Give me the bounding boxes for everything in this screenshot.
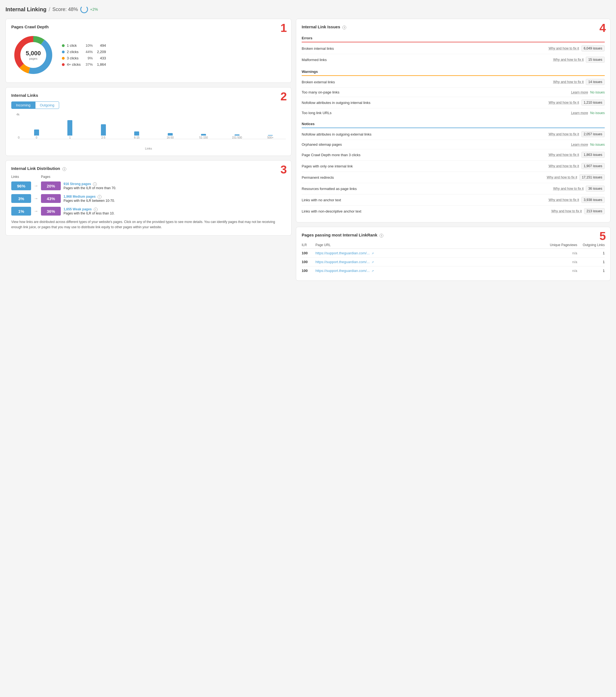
legend-pct: 37% bbox=[83, 62, 93, 66]
url-value[interactable]: https://support.theguardian.com/... ↗ bbox=[316, 269, 542, 273]
card4-number: 4 bbox=[600, 22, 606, 34]
card3-info-icon[interactable]: i bbox=[62, 167, 66, 171]
legend-count: 1,864 bbox=[95, 62, 106, 66]
card5-number: 5 bbox=[600, 231, 606, 242]
legend-dot bbox=[62, 50, 64, 53]
dist-header: Links Pages bbox=[11, 175, 286, 179]
issue-link[interactable]: Why and how to fix it bbox=[548, 46, 579, 50]
card2-title: Internal Links bbox=[11, 93, 286, 98]
bar-group: 500+ bbox=[255, 135, 286, 139]
url-value[interactable]: https://support.theguardian.com/... ↗ bbox=[316, 260, 542, 264]
donut-total: 5,000 bbox=[26, 50, 41, 57]
dist-links-bar: 1% bbox=[11, 207, 31, 216]
external-link-icon: ↗ bbox=[371, 261, 374, 264]
dist-rows: 96% → 20% 916 Strong pages i Pages with … bbox=[11, 181, 286, 216]
dist-link[interactable]: 1,968 Medium pages bbox=[63, 195, 96, 198]
donut-center: 5,000 pages bbox=[26, 50, 41, 60]
tab-incoming[interactable]: Incoming bbox=[11, 102, 35, 109]
dist-link[interactable]: 1,655 Weak pages bbox=[63, 207, 92, 211]
issue-name: Permanent redirects bbox=[302, 175, 544, 180]
notices-label: Notices bbox=[302, 119, 605, 128]
bar-group: 1 bbox=[55, 120, 86, 139]
issue-link[interactable]: Why and how to fix it bbox=[553, 187, 584, 191]
donut-label: pages bbox=[26, 57, 41, 60]
issue-name: Broken internal links bbox=[302, 46, 546, 50]
col-pv-header: Unique Pageviews bbox=[542, 243, 577, 247]
issue-link[interactable]: Why and how to fix it bbox=[548, 153, 579, 157]
dist-info-icon[interactable]: i bbox=[98, 195, 102, 199]
table-row: 100 https://support.theguardian.com/... … bbox=[302, 258, 605, 266]
issue-link[interactable]: Why and how to fix it bbox=[547, 175, 577, 179]
issue-link[interactable]: Why and how to fix it bbox=[553, 80, 584, 84]
bar-group: 151-500 bbox=[222, 134, 252, 139]
card-crawl-depth: Pages Crawl Depth 1 5,000 bbox=[5, 19, 292, 83]
dist-row: 1% → 36% 1,655 Weak pages i Pages with t… bbox=[11, 207, 286, 216]
yaxis-bottom: 0 bbox=[11, 136, 19, 139]
issue-row: Permanent redirects Why and how to fix i… bbox=[302, 172, 605, 183]
issue-link[interactable]: Why and how to fix it bbox=[548, 101, 579, 104]
ol-value: 1 bbox=[577, 269, 605, 273]
card1-title: Pages Crawl Depth bbox=[11, 25, 286, 29]
tab-outgoing[interactable]: Outgoing bbox=[35, 102, 59, 109]
dist-info-icon[interactable]: i bbox=[93, 182, 97, 186]
dist-arrow: → bbox=[34, 209, 38, 214]
issue-link[interactable]: Why and how to fix it bbox=[553, 58, 584, 62]
issue-link[interactable]: Learn more bbox=[571, 90, 588, 94]
issue-name: Pages with only one internal link bbox=[302, 164, 546, 168]
errors-label: Errors bbox=[302, 33, 605, 42]
bar-group: 51-150 bbox=[188, 134, 219, 139]
issue-row: Orphaned sitemap pages Learn more No iss… bbox=[302, 140, 605, 149]
issue-name: Orphaned sitemap pages bbox=[302, 143, 569, 147]
warnings-rows: Broken external links Why and how to fix… bbox=[302, 76, 605, 117]
bar-group: 0 bbox=[21, 130, 52, 139]
legend-count: 433 bbox=[95, 56, 106, 60]
issue-link[interactable]: Why and how to fix it bbox=[552, 209, 582, 213]
legend-label: 3 clicks bbox=[67, 56, 80, 60]
dist-links-bar: 96% bbox=[11, 181, 31, 190]
card5-info-icon[interactable]: i bbox=[380, 234, 383, 238]
bar bbox=[134, 131, 139, 136]
issue-row: Broken external links Why and how to fix… bbox=[302, 76, 605, 88]
issue-link[interactable]: Learn more bbox=[571, 143, 588, 147]
header-separator: / bbox=[49, 6, 50, 13]
legend-dot bbox=[62, 63, 64, 66]
ilr-value: 100 bbox=[302, 260, 316, 264]
card3-title-text: Internal Link Distribution bbox=[11, 166, 60, 171]
issue-name: Links with non-descriptive anchor text bbox=[302, 209, 549, 213]
bar-group: 2-5 bbox=[88, 124, 119, 139]
url-value[interactable]: https://support.theguardian.com/... ↗ bbox=[316, 251, 542, 255]
right-column: Internal Link Issues i 4 Errors Broken i… bbox=[296, 19, 611, 281]
dist-desc: 916 Strong pages i Pages with the ILR of… bbox=[63, 182, 286, 190]
table-row: 100 https://support.theguardian.com/... … bbox=[302, 266, 605, 275]
issue-link[interactable]: Why and how to fix it bbox=[548, 132, 579, 136]
card-issues: Internal Link Issues i 4 Errors Broken i… bbox=[296, 19, 611, 222]
issue-link[interactable]: Why and how to fix it bbox=[548, 164, 579, 168]
no-issues-label: No issues bbox=[590, 111, 605, 115]
table-header: ILR Page URL Unique Pageviews Outgoing L… bbox=[302, 241, 605, 249]
issue-badge: 1,863 issues bbox=[581, 152, 605, 158]
issue-name: Too many on-page links bbox=[302, 90, 569, 94]
card4-info-icon[interactable]: i bbox=[342, 26, 346, 29]
bar-group: 6-15 bbox=[121, 131, 152, 139]
card4-title: Internal Link Issues i bbox=[302, 25, 605, 29]
score-circle-icon bbox=[80, 5, 88, 13]
dist-info-icon[interactable]: i bbox=[94, 208, 98, 211]
legend-label: 2 clicks bbox=[67, 50, 80, 54]
issue-link[interactable]: Why and how to fix it bbox=[548, 198, 579, 202]
col-ol-header: Outgoing Links bbox=[577, 243, 605, 247]
external-link-icon: ↗ bbox=[371, 269, 374, 272]
legend-count: 494 bbox=[95, 43, 106, 47]
bar-chart: 4k 0 012-56-1516-5051-150151-500500+ bbox=[11, 113, 286, 146]
dist-link[interactable]: 916 Strong pages bbox=[63, 182, 91, 186]
errors-rows: Broken internal links Why and how to fix… bbox=[302, 43, 605, 65]
dist-pages-bar: 36% bbox=[41, 207, 61, 216]
legend-label: 4+ clicks bbox=[67, 62, 80, 66]
issue-row: Too many on-page links Learn more No iss… bbox=[302, 88, 605, 97]
issue-badge: 17,151 issues bbox=[580, 174, 605, 180]
page-header: Internal Linking / Score: 48% +2% bbox=[5, 5, 611, 13]
dist-arrow: → bbox=[34, 183, 38, 188]
bar bbox=[235, 134, 239, 136]
issue-name: Nofollow attributes in outgoing internal… bbox=[302, 101, 546, 105]
issue-link[interactable]: Learn more bbox=[571, 111, 588, 115]
issue-row: Page Crawl Depth more than 3 clicks Why … bbox=[302, 149, 605, 161]
